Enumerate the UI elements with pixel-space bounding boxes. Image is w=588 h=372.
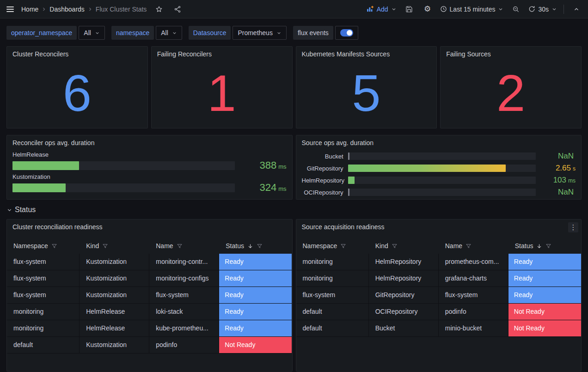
filter-icon	[51, 243, 57, 249]
gauge-row: OCIRepository NaN	[302, 186, 576, 198]
cell-name: minio-bucket	[439, 320, 508, 337]
panel-cluster-reconcilers: Cluster Reconcilers 6	[6, 46, 148, 128]
cell-name: podinfo	[439, 304, 508, 320]
cell-kind: GitRepository	[369, 287, 439, 304]
save-icon[interactable]	[403, 3, 415, 15]
cell-namespace: flux-system	[7, 270, 80, 287]
gauge-value: 388ms	[235, 159, 287, 171]
cell-status: Ready	[219, 254, 292, 270]
variable-value-operator-namespace[interactable]: All	[79, 26, 105, 40]
refresh-interval: 30s	[538, 6, 549, 13]
breadcrumb-current: Flux Cluster Stats	[96, 6, 147, 13]
settings-gear-icon[interactable]: ⚙	[422, 3, 434, 15]
cell-name: flux-system	[439, 287, 508, 304]
zoom-out-icon[interactable]	[510, 3, 522, 15]
sort-desc-icon	[247, 243, 253, 249]
row-status-toggle[interactable]: Status	[6, 204, 582, 215]
panel-title[interactable]: Cluster Reconcilers	[7, 47, 147, 60]
menu-icon[interactable]	[6, 5, 15, 14]
gauge-track	[348, 189, 536, 196]
gauge-value: NaN	[536, 188, 576, 197]
gauge-value: 103ms	[536, 176, 576, 185]
cell-namespace: default	[7, 337, 80, 354]
column-header-kind[interactable]: Kind	[80, 238, 149, 254]
star-icon[interactable]	[153, 3, 165, 15]
variable-label-datasource: Datasource	[189, 26, 231, 40]
row-title: Status	[15, 206, 36, 214]
cell-kind: HelmRelease	[80, 320, 149, 337]
gauge-label: HelmRepository	[302, 177, 348, 184]
cell-kind: Bucket	[369, 320, 439, 337]
panel-menu-icon[interactable]: ⋮	[568, 222, 578, 232]
cell-name: monitoring-contr...	[149, 254, 219, 270]
cell-name: flux-system	[149, 287, 219, 304]
variable-label-operator-namespace: operator_namespace	[6, 26, 77, 40]
panel-failing-sources: Failing Sources 2	[440, 46, 582, 128]
panel-title[interactable]: Cluster reconciliation readiness	[7, 220, 292, 232]
refresh-button[interactable]: 30s	[528, 6, 557, 13]
chevron-down-icon	[551, 6, 557, 12]
panel-title[interactable]: Reconciler ops avg. duration	[7, 135, 292, 148]
filter-icon	[545, 243, 551, 249]
top-nav: Home Dashboards Flux Cluster Stats	[0, 0, 588, 18]
cell-status: Ready	[219, 287, 292, 304]
add-panel-button[interactable]: Add	[366, 5, 397, 13]
flux-events-toggle[interactable]	[335, 26, 358, 40]
cell-status: Not Ready	[219, 337, 292, 354]
gauge-label: HelmRelease	[12, 151, 287, 158]
breadcrumb-dashboards[interactable]: Dashboards	[49, 6, 85, 13]
panel-title[interactable]: Failing Reconcilers	[152, 47, 292, 60]
cell-status: Ready	[219, 270, 292, 287]
column-header-namespace[interactable]: Namespace	[7, 238, 80, 254]
filter-icon	[257, 243, 263, 249]
refresh-icon	[528, 6, 535, 12]
share-icon[interactable]	[172, 3, 184, 15]
bar-chart-plus-icon	[366, 5, 374, 13]
panel-title[interactable]: Source ops avg. duration	[296, 135, 582, 148]
chevron-down-icon	[391, 6, 397, 12]
gauge-row: HelmRelease 388ms	[12, 151, 287, 171]
gauge-track	[348, 177, 536, 184]
gauge-row: HelmRepository 103ms	[302, 174, 576, 186]
chevron-down-icon	[6, 207, 12, 213]
panel-title[interactable]: Kubernetes Manifests Sources	[296, 47, 437, 60]
breadcrumb-home[interactable]: Home	[21, 6, 38, 13]
column-header-status[interactable]: Status	[508, 238, 581, 254]
column-header-name[interactable]: Name	[149, 238, 219, 254]
chevron-down-icon	[276, 30, 282, 36]
table-cluster-readiness: Namespace Kind Name Status flux-system K…	[7, 238, 292, 354]
panel-reconciler-ops-duration: Reconciler ops avg. duration HelmRelease…	[6, 135, 293, 200]
column-header-kind[interactable]: Kind	[369, 238, 439, 254]
column-header-namespace[interactable]: Namespace	[296, 238, 369, 254]
cell-namespace: monitoring	[7, 320, 80, 337]
cell-status: Ready	[508, 270, 581, 287]
cell-status: Ready	[508, 287, 581, 304]
cell-namespace: monitoring	[7, 304, 80, 320]
panel-cluster-reconciliation-readiness: Cluster reconciliation readiness Namespa…	[6, 219, 293, 372]
chevron-down-icon	[95, 30, 100, 36]
collapse-topbar-icon[interactable]	[570, 3, 582, 15]
column-header-name[interactable]: Name	[439, 238, 508, 254]
cell-namespace: default	[296, 320, 369, 337]
panel-kubernetes-manifests-sources: Kubernetes Manifests Sources 5	[296, 46, 437, 128]
gauge-bar	[12, 183, 66, 192]
cell-kind: HelmRelease	[80, 304, 149, 320]
gauge-label: Bucket	[302, 153, 348, 160]
filter-icon	[177, 243, 183, 249]
panel-source-ops-duration: Source ops avg. duration Bucket NaN GitR…	[296, 135, 582, 200]
cell-namespace: monitoring	[296, 270, 369, 287]
gauge-row: Kustomization 324ms	[12, 173, 287, 194]
column-header-status[interactable]: Status	[219, 238, 292, 254]
panel-failing-reconcilers: Failing Reconcilers 1	[151, 46, 293, 128]
breadcrumb: Home Dashboards Flux Cluster Stats	[21, 6, 147, 13]
variable-value-datasource[interactable]: Prometheus	[233, 26, 286, 40]
panel-title[interactable]: Source acquisition readiness	[296, 220, 582, 232]
cell-namespace: flux-system	[7, 254, 80, 270]
filter-icon	[340, 243, 346, 249]
stat-value: 5	[296, 59, 437, 128]
chevron-down-icon	[172, 30, 177, 36]
time-range-picker[interactable]: Last 15 minutes	[440, 6, 504, 13]
cell-kind: HelmRepository	[369, 270, 439, 287]
panel-title[interactable]: Failing Sources	[441, 47, 581, 60]
variable-value-namespace[interactable]: All	[156, 26, 182, 40]
